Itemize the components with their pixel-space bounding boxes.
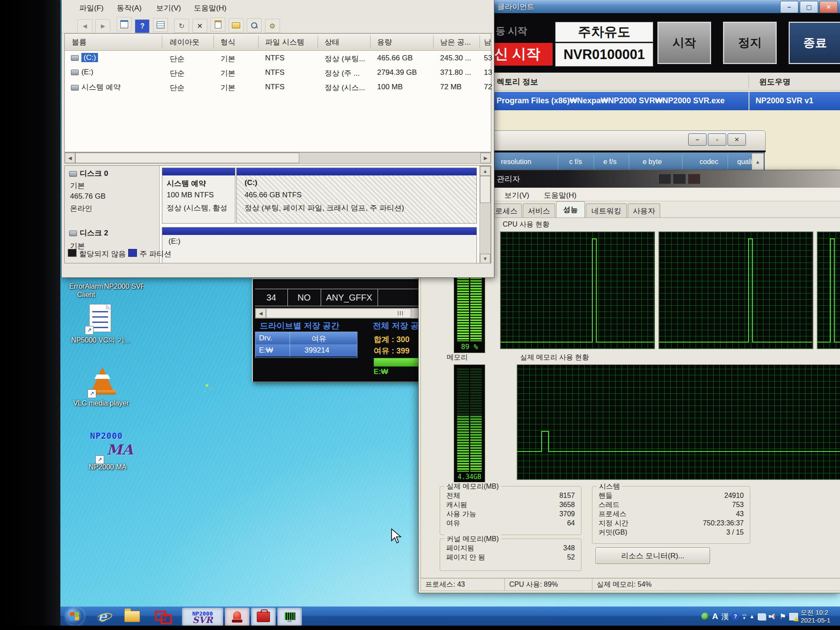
nvr-titlebar[interactable]: 클라이언트 –▢✕ [482,0,840,13]
back-icon[interactable]: ◄ [77,19,92,33]
shortcut-arrow-icon: ↗ [85,326,94,335]
taskbar-diskmgmt-button[interactable] [251,608,276,626]
ime-hanja-label[interactable]: 漢 [721,612,728,621]
col-free[interactable]: 남은 공... [440,34,471,50]
scroll-left-icon[interactable]: ◀ [65,153,75,163]
desktop-icon-vlc[interactable]: ↗ [88,367,116,397]
warning-monitor-icon[interactable] [789,612,798,621]
col-ebyte[interactable]: e byte [643,153,662,171]
grid-titlebar[interactable]: –▫✕ [472,130,766,151]
ime-help-icon[interactable]: ? [732,612,739,621]
tab-performance[interactable]: 성능 [556,201,585,218]
volume-name: (E:) [81,68,93,76]
settings-icon[interactable]: ⚙ [265,19,280,33]
legend-unallocated-swatch [68,249,77,257]
taskbar-remote-button[interactable] [151,608,174,625]
console-tree-icon[interactable] [117,17,132,31]
col-layout[interactable]: 레이아웃 [170,34,200,50]
dm-toolbar: ◄ ► ? ↻ ✕ ⚙ [62,15,494,33]
disk0-label[interactable]: 디스크 0 기본 465.76 GB 온라인 [65,166,160,225]
desktop-icon-np5000-label[interactable]: NP5000 VC의 기... [70,336,131,344]
taskmgr-caption-buttons[interactable] [658,174,700,184]
volume-muted-icon[interactable]: ✕ [769,612,777,621]
svr-table-row[interactable]: 34 NO ANY_GFFX [255,289,419,306]
col-volume[interactable]: 볼륨 [72,34,87,50]
resource-monitor-button[interactable]: 리소스 모니터(R)... [595,547,710,564]
start-button[interactable]: 시작 [658,22,711,64]
svr-hscrollbar[interactable]: ◀ [255,308,420,318]
menu-file[interactable]: 파일(F) [75,2,108,14]
minimize-icon[interactable]: – [780,1,798,13]
properties-icon[interactable] [210,18,225,32]
stop-button[interactable]: 정지 [723,22,777,64]
scrollbar-thumb[interactable] [266,308,411,318]
search-icon[interactable] [247,18,262,32]
taskbar-taskmgr-button[interactable] [277,608,302,626]
tab-users[interactable]: 사용자 [628,203,660,218]
menu-help[interactable]: 도움말(H) [539,189,581,202]
desktop-icon-np2000svr-label[interactable]: NP2000 SVR [104,282,144,290]
col-filesystem[interactable]: 파일 시스템 [265,34,304,50]
menu-action[interactable]: 동작(A) [112,2,146,14]
detail-view-icon[interactable] [153,18,168,32]
scroll-up-icon[interactable]: ▲ [480,166,490,176]
drive-col-header: Drv. [259,334,272,343]
col-efs[interactable]: e f/s [603,153,616,171]
col-capacity[interactable]: 용량 [377,34,392,50]
directory-row[interactable]: Program Files (x86)₩Nexpa₩NP2000 SVR₩NP2… [483,92,840,110]
menu-view[interactable]: 보기(V) [500,189,534,202]
exit-button[interactable]: 종료 [789,22,840,64]
partition-c[interactable]: (C:) 465.66 GB NTFS 정상 (부팅, 페이지 파일, 크래시 … [236,168,477,224]
window-name-header: 윈도우명 [759,77,791,87]
minimize-icon[interactable]: – [688,133,707,146]
volume-row-c[interactable]: (C:) 단순 기본 NTFS 정상 (부팅... 465.66 GB 245.… [65,50,491,65]
system-title: 시스템 [597,482,622,491]
scroll-right-icon[interactable]: ▶ [480,153,491,163]
scrollbar-thumb[interactable] [480,176,490,203]
tray-expand-icon[interactable]: ▲ [749,612,755,621]
col-codec[interactable]: codec [700,153,718,171]
drive-table-row[interactable]: E:₩ 399214 [256,344,357,357]
desktop-icon-erroralarm-label[interactable]: ErrorAlarm Client [64,282,108,299]
ime-globe-icon[interactable] [701,612,709,621]
close-icon[interactable]: ✕ [728,133,746,146]
volume-row-e[interactable]: (E:) 단순 기본 NTFS 정상 (주 ... 2794.39 GB 371… [65,65,491,79]
tab-networking[interactable]: 네트워킹 [586,203,627,218]
menu-view[interactable]: 보기(V) [152,2,186,14]
refresh-icon[interactable]: ↻ [174,19,189,33]
open-folder-icon[interactable] [229,18,244,32]
restore-icon[interactable]: ▫ [708,133,726,146]
start-button[interactable] [66,608,84,625]
help-icon[interactable]: ? [135,19,150,33]
ime-toolbar-icon[interactable]: ▭▾ [742,612,746,621]
tray-clock[interactable]: 오전 10:2 2021-05-1 [801,609,840,624]
action-center-flag-icon[interactable]: ⚑ [780,612,786,621]
scrollbar-thumb[interactable] [75,153,299,163]
close-icon[interactable]: ✕ [819,1,838,13]
partition-system-reserved[interactable]: 시스템 예약 100 MB NTFS 정상 (시스템, 활성 [162,168,235,224]
col-resolution[interactable]: resolution [501,153,531,171]
maximize-icon[interactable]: ▢ [800,1,818,13]
scroll-left-icon[interactable]: ◀ [256,308,266,318]
scroll-up-icon[interactable]: ▲ [752,153,764,171]
ime-language-label[interactable]: A [712,612,718,621]
taskbar-np2000svr-button[interactable]: NP2000 SVR [182,608,223,626]
col-cfs[interactable]: c f/s [569,153,582,171]
delete-icon[interactable]: ✕ [192,19,207,33]
col-free-pct[interactable]: 남 [484,34,491,50]
taskbar-explorer-button[interactable] [122,608,143,625]
col-type[interactable]: 형식 [220,34,235,50]
menu-help[interactable]: 도움말(H) [189,2,231,14]
desktop-icon-vlc-label[interactable]: VLC media player [73,399,130,407]
dm-list-hscrollbar[interactable]: ◀ ▶ [64,152,491,164]
desktop-icon-np5000[interactable]: ↗ [86,304,115,334]
taskbar-alarm-button[interactable] [225,608,249,626]
taskbar-ie-button[interactable]: e [92,608,113,625]
free-value: 399214 [304,346,329,355]
network-icon[interactable] [758,612,766,621]
forward-icon[interactable]: ► [95,19,110,33]
desktop-icon-np2000ma-label[interactable]: NP2000 MA [73,463,143,471]
tab-services[interactable]: 서비스 [523,203,555,218]
volume-row-system-reserved[interactable]: 시스템 예약 단순 기본 NTFS 정상 (시스... 100 MB 72 MB… [65,79,491,94]
col-status[interactable]: 상태 [325,34,340,50]
